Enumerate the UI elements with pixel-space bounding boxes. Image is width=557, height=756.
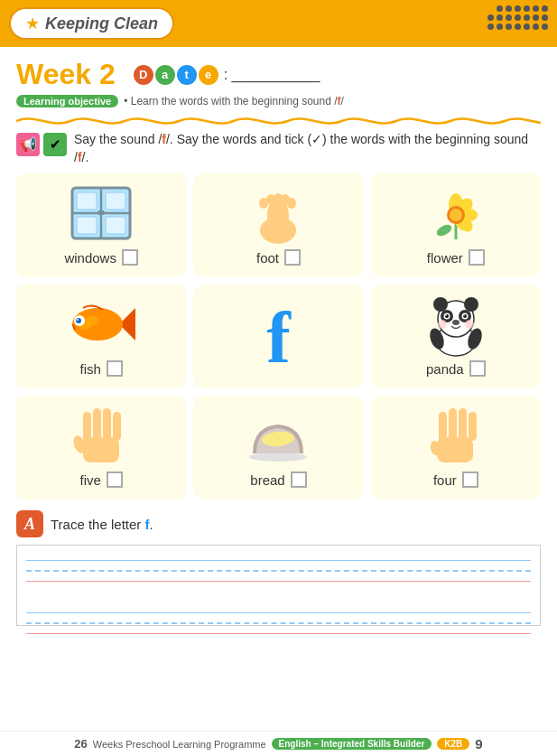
lo-text: • Learn the words with the beginning sou… [124,95,344,107]
check-icon: ✔ [50,136,61,153]
footer: 26Weeks Preschool Learning Programme Eng… [0,731,557,756]
image-windows [65,181,137,246]
picture-grid: windows foot [16,173,541,499]
date-letter-a: a [155,65,175,85]
image-five [65,403,137,468]
svg-point-42 [452,320,460,325]
trace-dashes-1 [26,570,531,572]
checkbox-bread[interactable] [291,471,307,488]
deco-snowflake: ✳ [268,2,289,32]
trace-line-1 [26,560,531,561]
date-letter-d: D [134,65,153,85]
header-bar: ✳ ★ Keeping Clean [0,0,557,47]
wavy-separator [16,113,541,129]
image-four [420,403,492,468]
label-foot: foot [256,250,279,266]
card-windows: windows [16,173,186,277]
checkbox-windows[interactable] [122,249,138,266]
label-windows: windows [64,250,116,266]
trace-line-4 [26,633,531,634]
footer-badge-level: K2B [437,738,469,750]
checkbox-panda[interactable] [469,360,486,377]
checkbox-four[interactable] [462,471,478,488]
card-flower: flower [371,173,541,277]
lo-badge: Learning objective [16,95,118,107]
checkbox-foot[interactable] [284,249,301,266]
label-row-four: four [433,471,478,488]
footer-badge-english: English – Integrated Skills Builder [272,738,432,750]
date-line: : ___________ [224,67,320,83]
label-row-five: five [79,471,122,488]
header-dots [487,5,548,30]
image-panda [420,292,492,357]
speaker-icon: 📢 [20,136,37,153]
svg-rect-5 [77,217,97,234]
instruction-row: 📢 ✔ Say the sound /f/. Say the words and… [16,131,541,166]
instruction-text: Say the sound /f/. Say the words and tic… [74,131,541,166]
svg-rect-51 [113,412,121,441]
svg-point-21 [450,209,462,221]
header-title-box: ★ Keeping Clean [9,7,174,40]
card-four: four [371,396,541,499]
image-flower [420,181,492,246]
svg-point-29 [77,319,79,321]
date-letter-t: t [177,65,197,85]
main-content: Week 2 D a t e : ___________ Learning ob… [0,47,557,626]
card-f-letter: f [193,285,363,388]
footer-page-number: 9 [475,736,482,751]
svg-point-28 [76,318,81,323]
label-row-foot: foot [256,249,301,266]
checkbox-flower[interactable] [469,249,485,266]
svg-point-43 [438,320,447,329]
section-b: A Trace the letter f. [16,510,541,537]
speaker-icon-box: 📢 [16,133,40,156]
svg-point-44 [465,320,474,329]
trace-dashes-2 [26,622,531,624]
label-fish: fish [79,361,100,377]
svg-point-32 [433,297,448,312]
card-panda: panda [371,285,541,388]
label-four: four [433,472,457,488]
label-five: five [79,472,100,488]
svg-rect-57 [449,408,457,441]
image-foot [242,181,314,246]
checkbox-fish[interactable] [107,360,123,377]
card-fish: fish [16,285,186,388]
svg-rect-56 [439,412,447,443]
svg-rect-6 [106,217,125,234]
label-panda: panda [426,361,464,377]
footer-weeks-num: 26 [74,737,87,751]
label-row-bread: bread [250,471,306,488]
svg-rect-4 [106,192,125,210]
label-row-windows: windows [64,249,138,266]
svg-point-22 [435,222,454,238]
label-row-panda: panda [426,360,486,377]
star-icon: ★ [25,14,40,33]
footer-weeks-text: Weeks Preschool Learning Programme [93,739,266,750]
card-foot: foot [193,173,363,277]
label-row-flower: flower [427,249,485,266]
trace-line-3 [26,612,531,613]
svg-rect-50 [103,408,111,441]
label-bread: bread [250,472,284,488]
svg-point-41 [463,314,465,316]
trace-line-2 [26,581,531,582]
check-icon-box: ✔ [43,133,67,156]
letter-f-display: f [266,302,291,374]
header-title: Keeping Clean [45,14,158,33]
card-bread: bread [193,396,363,499]
checkbox-five[interactable] [107,471,123,488]
image-fish [65,292,137,357]
week-row: Week 2 D a t e : ___________ [16,58,541,91]
section-b-badge: A [16,510,43,537]
date-letter-e: e [199,65,218,85]
svg-point-53 [249,453,307,462]
section-b-text: Trace the letter f. [51,517,153,532]
card-five: five [16,396,186,499]
svg-rect-3 [77,192,97,210]
week-title: Week 2 [16,58,116,91]
label-row-fish: fish [79,360,122,377]
image-bread [242,403,314,468]
svg-rect-58 [459,408,467,441]
svg-rect-59 [469,412,477,441]
